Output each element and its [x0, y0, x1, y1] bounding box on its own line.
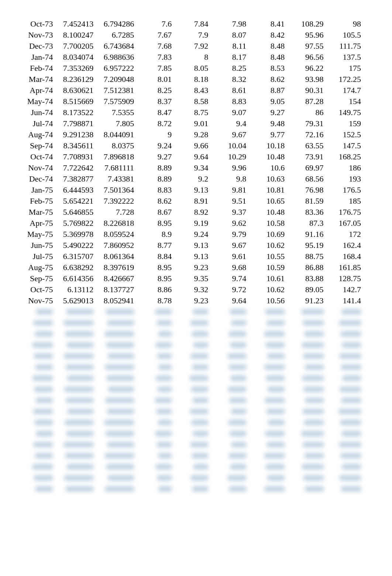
- blurred-cell: [248, 362, 286, 373]
- table-cell: 10.62: [248, 240, 286, 251]
- blurred-cell: [54, 483, 95, 494]
- table-row: Jul-756.3157078.0613648.849.139.6110.558…: [22, 251, 362, 262]
- blurred-cell: [135, 417, 173, 428]
- blurred-row: [22, 439, 362, 450]
- row-label: Nov-75: [22, 295, 54, 306]
- table-cell: 9.4: [210, 118, 248, 129]
- table-cell: 8.61: [210, 85, 248, 96]
- table-cell: 8.397619: [95, 262, 135, 273]
- table-row: Feb-747.3532696.9572227.858.058.258.5396…: [22, 63, 362, 74]
- blurred-cell: [325, 439, 362, 450]
- blurred-cell: [22, 306, 54, 317]
- table-cell: 142.7: [325, 284, 362, 295]
- table-cell: 83.36: [286, 207, 325, 218]
- blurred-cell: [248, 339, 286, 351]
- table-cell: 10.55: [248, 251, 286, 262]
- blurred-cell: [135, 461, 173, 472]
- blurred-cell: [95, 384, 135, 395]
- table-row: Jun-748.1735227.53558.478.759.079.278614…: [22, 107, 362, 118]
- blurred-cell: [173, 428, 210, 439]
- blurred-cell: [325, 306, 362, 317]
- table-cell: 8.48: [248, 41, 286, 52]
- blurred-cell: [22, 384, 54, 395]
- table-cell: 7.68: [135, 41, 173, 52]
- blurred-cell: [135, 472, 173, 483]
- table-row: Feb-755.6542217.3922228.628.919.5110.658…: [22, 196, 362, 207]
- table-cell: 186: [325, 162, 362, 173]
- blurred-cell: [286, 439, 325, 450]
- table-cell: 9.66: [173, 140, 210, 151]
- blurred-cell: [95, 373, 135, 384]
- blurred-row: [22, 373, 362, 384]
- table-cell: 8.37: [135, 96, 173, 107]
- blurred-cell: [210, 461, 248, 472]
- table-cell: 7.6: [135, 18, 173, 30]
- row-label: Jul-75: [22, 251, 54, 262]
- table-cell: 76.98: [286, 184, 325, 196]
- blurred-cell: [22, 373, 54, 384]
- blurred-cell: [248, 417, 286, 428]
- table-cell: 9.48: [248, 118, 286, 129]
- table-cell: 63.55: [286, 140, 325, 151]
- blurred-cell: [22, 406, 54, 417]
- table-cell: 8.41: [248, 18, 286, 30]
- blurred-row: [22, 362, 362, 373]
- blurred-row: [22, 317, 362, 328]
- row-label: Jun-75: [22, 240, 54, 251]
- table-row: Jan-756.4445937.5013648.839.139.8110.817…: [22, 184, 362, 196]
- blurred-cell: [22, 362, 54, 373]
- blurred-cell: [22, 461, 54, 472]
- table-cell: 87.28: [286, 96, 325, 107]
- blurred-cell: [173, 373, 210, 384]
- table-cell: 90.31: [286, 85, 325, 96]
- table-cell: 8.515669: [54, 96, 95, 107]
- blurred-cell: [286, 384, 325, 395]
- table-row: Mar-748.2361297.2090488.018.188.328.6293…: [22, 74, 362, 85]
- table-cell: 9.05: [248, 96, 286, 107]
- table-cell: 8.62: [248, 74, 286, 85]
- table-cell: 9.28: [173, 129, 210, 140]
- blurred-cell: [173, 395, 210, 406]
- blurred-cell: [135, 306, 173, 317]
- blurred-cell: [135, 362, 173, 373]
- table-cell: 8.11: [210, 41, 248, 52]
- table-cell: 185: [325, 196, 362, 207]
- table-row: Jan-748.0340746.9886367.8388.178.4896.56…: [22, 52, 362, 63]
- blurred-row: [22, 406, 362, 417]
- table-cell: 9.32: [173, 284, 210, 295]
- table-cell: 174.7: [325, 85, 362, 96]
- blurred-cell: [325, 317, 362, 328]
- table-cell: 93.98: [286, 74, 325, 85]
- table-cell: 8.345611: [54, 140, 95, 151]
- table-cell: 8.034074: [54, 52, 95, 63]
- blurred-cell: [54, 428, 95, 439]
- table-cell: 168.25: [325, 151, 362, 162]
- table-cell: 7.392222: [95, 196, 135, 207]
- row-label: Dec-74: [22, 173, 54, 184]
- table-cell: 137.5: [325, 52, 362, 63]
- blurred-cell: [54, 406, 95, 417]
- table-cell: 7.9: [173, 30, 210, 41]
- blurred-row: [22, 461, 362, 472]
- table-cell: 83.88: [286, 273, 325, 284]
- table-cell: 8.92: [173, 207, 210, 218]
- blurred-cell: [286, 483, 325, 494]
- table-cell: 7.92: [173, 41, 210, 52]
- table-row: Oct-756.131128.1377278.869.329.7210.6289…: [22, 284, 362, 295]
- blurred-cell: [54, 384, 95, 395]
- blurred-cell: [135, 328, 173, 339]
- blurred-cell: [286, 406, 325, 417]
- blurred-cell: [173, 417, 210, 428]
- table-cell: 8.044091: [95, 129, 135, 140]
- table-row: Apr-755.7698228.2268188.959.199.6210.588…: [22, 218, 362, 229]
- blurred-cell: [135, 439, 173, 450]
- blurred-cell: [135, 406, 173, 417]
- table-cell: 8.89: [135, 173, 173, 184]
- table-cell: 81.59: [286, 196, 325, 207]
- table-cell: 7.67: [135, 30, 173, 41]
- blurred-cell: [210, 428, 248, 439]
- table-cell: 9.61: [210, 251, 248, 262]
- blurred-cell: [173, 483, 210, 494]
- table-cell: 5.490222: [54, 240, 95, 251]
- blurred-cell: [210, 339, 248, 351]
